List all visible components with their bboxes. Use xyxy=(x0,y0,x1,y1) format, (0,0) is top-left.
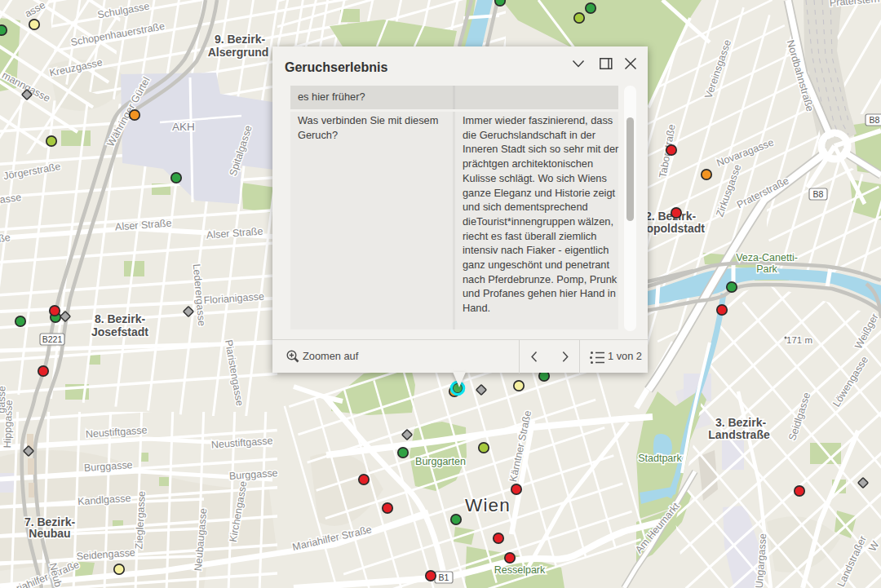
svg-text:Neubau: Neubau xyxy=(29,527,70,540)
svg-text:B221: B221 xyxy=(42,334,63,344)
svg-text:B1: B1 xyxy=(439,573,449,582)
svg-text:Resselpark: Resselpark xyxy=(494,564,546,576)
svg-text:B8: B8 xyxy=(813,189,824,199)
svg-text:Landstraße: Landstraße xyxy=(708,428,770,441)
svg-text:8. Bezirk-: 8. Bezirk- xyxy=(95,312,146,325)
svg-text:B8: B8 xyxy=(870,115,880,125)
svg-text:9. Bezirk-: 9. Bezirk- xyxy=(215,33,266,46)
svg-text:gasse: gasse xyxy=(0,386,8,413)
svg-text:171 m: 171 m xyxy=(786,335,812,345)
svg-text:Park: Park xyxy=(756,263,777,275)
svg-text:Veza-Canetti-: Veza-Canetti- xyxy=(736,252,798,263)
svg-text:Wien: Wien xyxy=(465,495,511,515)
svg-text:1 von 2: 1 von 2 xyxy=(608,350,642,362)
svg-text:AKH: AKH xyxy=(172,121,195,133)
svg-text:Josefstadt: Josefstadt xyxy=(91,325,148,338)
svg-text:Burggarten: Burggarten xyxy=(415,456,466,467)
svg-text:ße: ße xyxy=(0,232,11,245)
svg-text:Zoomen auf: Zoomen auf xyxy=(303,350,359,362)
svg-text:Stadtpark: Stadtpark xyxy=(638,453,682,464)
svg-text:Alsergrund: Alsergrund xyxy=(208,46,269,59)
